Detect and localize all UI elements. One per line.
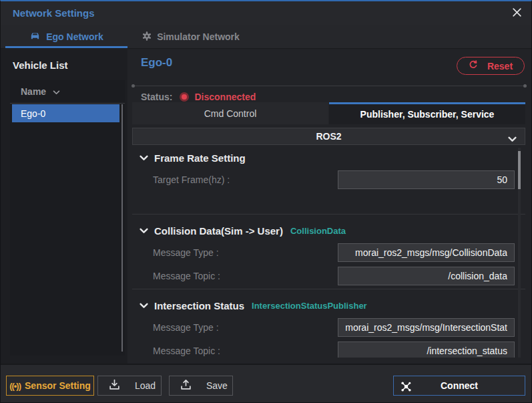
settings-scroll-area: Frame Rate Setting Target Frame(hz) : Co… bbox=[132, 148, 525, 358]
vehicle-name-column-header[interactable]: Name bbox=[10, 80, 125, 104]
status-disconnected-icon bbox=[180, 92, 189, 102]
vehicle-list-panel: Vehicle List Name Ego-0 bbox=[1, 49, 127, 366]
network-detail-panel: Ego-0 Reset Status: Disconnected Cmd Con… bbox=[127, 49, 532, 366]
tab-ego-network-label: Ego Network bbox=[46, 31, 103, 42]
connect-button-label: Connect bbox=[441, 380, 478, 391]
upload-icon bbox=[180, 379, 192, 392]
vehicle-list-title: Vehicle List bbox=[13, 59, 68, 71]
field-label: Message Topic : bbox=[153, 346, 338, 356]
status-value: Disconnected bbox=[194, 92, 256, 102]
section-frame-rate-setting: Frame Rate Setting Target Frame(hz) : bbox=[132, 148, 525, 214]
footer-bar: ((•)) Sensor Setting Load Save bbox=[1, 364, 531, 402]
network-node-icon bbox=[401, 381, 412, 394]
signal-icon: ((•)) bbox=[9, 381, 21, 391]
close-icon bbox=[512, 7, 522, 19]
dialog-title: Network Settings bbox=[13, 7, 95, 19]
save-button-label: Save bbox=[206, 380, 228, 391]
vehicle-heading: Ego-0 bbox=[141, 56, 172, 70]
message-type-input[interactable] bbox=[338, 243, 515, 262]
field-message-topic: Message Topic : bbox=[153, 267, 525, 285]
subtab-publisher-subscriber-service[interactable]: Publisher, Subscriber, Service bbox=[329, 102, 525, 124]
gear-icon bbox=[142, 31, 152, 43]
vehicle-list-scrollbar[interactable] bbox=[121, 104, 123, 352]
subtab-bar: Cmd Control Publisher, Subscriber, Servi… bbox=[132, 102, 525, 124]
vehicle-name-column-label: Name bbox=[21, 86, 46, 97]
section-tag: IntersectionStatusPublisher bbox=[252, 301, 367, 311]
message-type-input[interactable] bbox=[338, 318, 515, 337]
titlebar: Network Settings bbox=[1, 1, 531, 25]
section-title: Frame Rate Setting bbox=[154, 152, 246, 164]
settings-scrollbar-thumb[interactable] bbox=[518, 151, 521, 189]
sensor-setting-button[interactable]: ((•)) Sensor Setting bbox=[6, 376, 94, 396]
tab-simulator-network[interactable]: Simulator Network bbox=[134, 25, 248, 48]
load-button-label: Load bbox=[135, 380, 156, 391]
reset-button[interactable]: Reset bbox=[457, 57, 525, 75]
chevron-down-icon bbox=[53, 86, 60, 97]
refresh-icon bbox=[469, 60, 478, 72]
field-label: Message Type : bbox=[153, 247, 338, 258]
section-tag: CollisionData bbox=[290, 226, 346, 236]
sensor-setting-label: Sensor Setting bbox=[25, 380, 91, 391]
vehicle-list-item-ego-0[interactable]: Ego-0 bbox=[12, 104, 119, 122]
car-icon bbox=[29, 31, 41, 43]
status-label: Status: bbox=[141, 92, 172, 102]
field-message-topic: Message Topic : bbox=[153, 342, 525, 358]
message-topic-input[interactable] bbox=[338, 342, 515, 358]
field-target-frame: Target Frame(hz) : bbox=[153, 170, 525, 189]
connect-button[interactable]: Connect bbox=[393, 376, 525, 396]
main-tab-bar: Ego Network Simulator Network bbox=[1, 25, 531, 49]
field-message-type: Message Type : bbox=[153, 243, 525, 262]
header-separator bbox=[133, 86, 525, 86]
save-button[interactable]: Save bbox=[169, 376, 233, 396]
collapse-chevron-icon[interactable] bbox=[140, 303, 148, 309]
chevron-down-icon bbox=[508, 134, 517, 144]
collapse-chevron-icon[interactable] bbox=[140, 155, 148, 161]
section-collision-data: Collision Data(Sim -> User) CollisionDat… bbox=[132, 214, 525, 289]
protocol-select-value: ROS2 bbox=[316, 131, 341, 142]
network-settings-dialog: Network Settings Ego Network bbox=[0, 0, 532, 403]
collapse-chevron-icon[interactable] bbox=[140, 228, 148, 234]
field-label: Message Topic : bbox=[153, 271, 338, 281]
close-button[interactable] bbox=[510, 7, 523, 20]
protocol-select[interactable]: ROS2 bbox=[132, 128, 525, 145]
field-label: Target Frame(hz) : bbox=[153, 174, 338, 185]
reset-button-label: Reset bbox=[487, 61, 513, 72]
field-label: Message Type : bbox=[153, 322, 338, 333]
subtab-cmd-control[interactable]: Cmd Control bbox=[132, 102, 328, 124]
section-title: Collision Data(Sim -> User) bbox=[154, 225, 283, 237]
target-frame-input[interactable] bbox=[338, 170, 515, 189]
load-button[interactable]: Load bbox=[97, 376, 162, 396]
status-row: Status: Disconnected bbox=[141, 90, 256, 104]
section-intersection-status: Intersection Status IntersectionStatusPu… bbox=[132, 289, 525, 358]
vehicle-table: Name Ego-0 bbox=[10, 80, 125, 356]
section-title: Intersection Status bbox=[154, 300, 244, 311]
message-topic-input[interactable] bbox=[338, 267, 515, 285]
tab-simulator-network-label: Simulator Network bbox=[157, 31, 240, 42]
field-message-type: Message Type : bbox=[153, 318, 525, 337]
download-icon bbox=[109, 379, 120, 392]
tab-ego-network[interactable]: Ego Network bbox=[5, 25, 127, 48]
